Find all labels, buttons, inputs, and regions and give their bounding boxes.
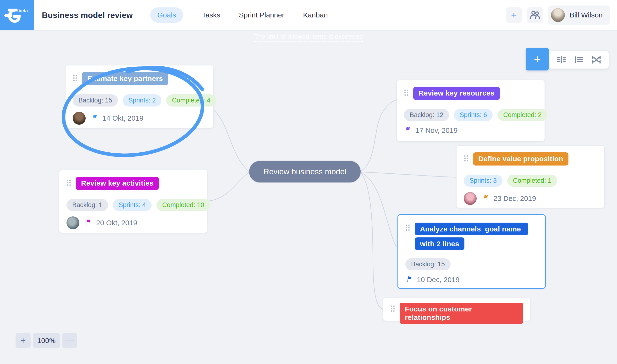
drag-handle-icon[interactable]	[67, 179, 71, 187]
due-date: 17 Nov, 2019	[415, 126, 457, 134]
app-header: .beta Business model review Goals Tasks …	[0, 0, 617, 31]
tab-sprint-planner[interactable]: Sprint Planner	[239, 11, 284, 19]
goal-card-review-key-resources[interactable]: Review key resources Backlog: 12 Sprints…	[397, 80, 545, 141]
connector-estimate-key-partners	[214, 110, 249, 171]
goal-card-focus-customer-relationships[interactable]: Focus on customer relationships	[383, 298, 531, 321]
sprints-badge: Sprints: 3	[464, 175, 502, 187]
flag-icon	[406, 276, 413, 284]
user-avatar	[551, 8, 565, 22]
drag-handle-icon[interactable]	[390, 305, 395, 313]
backlog-badge: Backlog: 1	[67, 199, 108, 211]
backlog-badge: Backlog: 15	[73, 94, 118, 106]
backlog-badge: Backlog: 12	[404, 109, 449, 121]
tab-kanban[interactable]: Kanban	[303, 11, 328, 19]
goal-card-review-key-activities[interactable]: Review key activities Backlog: 1 Sprints…	[59, 170, 207, 233]
drag-handle-icon[interactable]	[73, 75, 78, 83]
layout-both-sides-icon[interactable]	[556, 54, 566, 65]
canvas-zoom-controls: + 100% —	[15, 333, 77, 348]
goal-title-chip[interactable]: Define value proposition	[473, 152, 568, 166]
assignee-avatar	[73, 112, 86, 125]
logo-beta-label: .beta	[17, 8, 28, 13]
limit-notice: The limit of allowed items is exceeded	[0, 33, 617, 40]
goal-card-analyze-channels[interactable]: Analyze channels goal name with 2 lines …	[398, 214, 546, 289]
completed-badge: Completed: 10	[156, 199, 210, 211]
due-date: 14 Okt, 2019	[102, 114, 143, 122]
due-date: 10 Dec, 2019	[417, 276, 459, 284]
flag-icon	[404, 126, 411, 134]
goal-card-estimate-key-partners[interactable]: Estimate key partners Backlog: 15 Sprint…	[65, 65, 214, 128]
central-goal-node[interactable]: Review business model	[249, 160, 361, 183]
goal-title-chip[interactable]: Estimate key partners	[82, 72, 168, 85]
goal-title-chip[interactable]: Focus on customer relationships	[400, 303, 523, 324]
app-logo[interactable]: .beta	[0, 0, 34, 30]
goal-title-chip[interactable]: Review key resources	[413, 87, 500, 100]
due-date: 20 Okt, 2019	[96, 219, 137, 227]
zoom-in-button[interactable]: +	[15, 333, 31, 348]
header-add-button[interactable]: +	[506, 7, 522, 23]
main-tabs: Goals Tasks Sprint Planner Kanban	[150, 0, 328, 30]
sprints-badge: Sprints: 2	[123, 94, 161, 106]
flag-icon	[482, 195, 490, 203]
flag-icon	[91, 114, 98, 122]
zoom-level: 100%	[33, 333, 60, 348]
drag-handle-icon[interactable]	[404, 89, 409, 97]
due-date: 23 Dec, 2019	[493, 195, 536, 203]
map-toolbar: +	[526, 48, 609, 70]
drag-handle-icon[interactable]	[464, 155, 469, 163]
tab-tasks[interactable]: Tasks	[202, 11, 220, 19]
people-icon	[530, 10, 540, 21]
sprints-badge: Sprints: 4	[113, 199, 152, 211]
connector-review-key-resources	[361, 100, 397, 171]
completed-badge: Completed: 1	[507, 175, 557, 187]
completed-badge: Completed: 4	[166, 94, 216, 106]
sprints-badge: Sprints: 6	[454, 109, 493, 121]
connector-define-value-proposition	[361, 172, 456, 177]
layout-list-icon[interactable]	[574, 54, 584, 65]
assignee-avatar	[464, 192, 477, 205]
zoom-out-button[interactable]: —	[62, 333, 77, 348]
user-name: Bill Wilson	[570, 11, 603, 19]
user-menu[interactable]: Bill Wilson	[548, 5, 610, 25]
backlog-badge: Backlog: 15	[405, 258, 451, 270]
connector-review-key-activities	[207, 172, 249, 201]
auto-arrange-icon[interactable]	[591, 54, 602, 65]
project-title: Business model review	[42, 11, 133, 20]
header-divider	[145, 0, 145, 30]
drag-handle-icon[interactable]	[405, 224, 410, 232]
add-node-button[interactable]: +	[526, 48, 549, 70]
tab-goals[interactable]: Goals	[150, 7, 183, 23]
flag-icon	[85, 219, 92, 227]
goal-title-chip[interactable]: Review key activities	[76, 177, 159, 190]
goal-card-define-value-proposition[interactable]: Define value proposition Sprints: 3 Comp…	[456, 145, 604, 208]
members-button[interactable]	[527, 7, 543, 23]
goal-title-chip[interactable]: Analyze channels goal name with 2 lines	[415, 223, 528, 250]
assignee-avatar	[67, 216, 79, 229]
connector-focus-customer	[361, 173, 383, 309]
completed-badge: Completed: 2	[497, 109, 548, 121]
